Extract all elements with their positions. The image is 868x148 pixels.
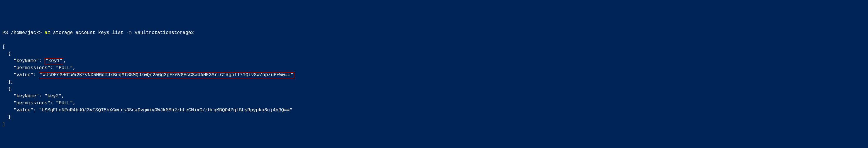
key2-name: "keyName": "key2", — [2, 94, 64, 99]
json-brace-close1: }, — [2, 79, 13, 85]
key1-permissions: "permissions": "FULL", — [2, 65, 76, 71]
json-bracket-open: [ — [2, 44, 5, 49]
cmd-args: storage account keys list — [53, 30, 124, 35]
key1-value-label: "value": — [2, 72, 39, 78]
json-brace-open2: { — [2, 86, 11, 92]
terminal-output: PS /home/jack> az storage account keys l… — [2, 29, 866, 128]
json-brace-close2: } — [2, 115, 11, 120]
prompt-gt: > — [39, 30, 42, 35]
prompt-ps: PS — [2, 30, 8, 35]
key1-name-highlight: "key1" — [44, 58, 63, 64]
json-brace-open: { — [2, 51, 11, 57]
cmd-az: az — [44, 30, 50, 35]
prompt-path: /home/jack — [11, 30, 39, 35]
key1-name-comma: , — [63, 58, 66, 64]
key2-value: "value": "USMqFLeNFcR4bUOJ3vISQT5nXCwdrs… — [2, 108, 292, 113]
key1-value-highlight: "wUcDFsGHGtWa2KzvND5MGdIJxBuqMt88MQJrwQn… — [39, 72, 294, 78]
key2-permissions: "permissions": "FULL", — [2, 101, 76, 106]
command-line[interactable]: PS /home/jack> az storage account keys l… — [2, 29, 866, 36]
key1-name-line: "keyName": "key1", — [2, 58, 66, 64]
key1-value-line: "value": "wUcDFsGHGtWa2KzvND5MGdIJxBuqMt… — [2, 72, 294, 78]
cmd-value: vaultrotationstorage2 — [135, 30, 194, 35]
cmd-flag: -n — [126, 30, 132, 35]
json-bracket-close: ] — [2, 122, 5, 127]
key1-name-label: "keyName": — [2, 58, 44, 64]
